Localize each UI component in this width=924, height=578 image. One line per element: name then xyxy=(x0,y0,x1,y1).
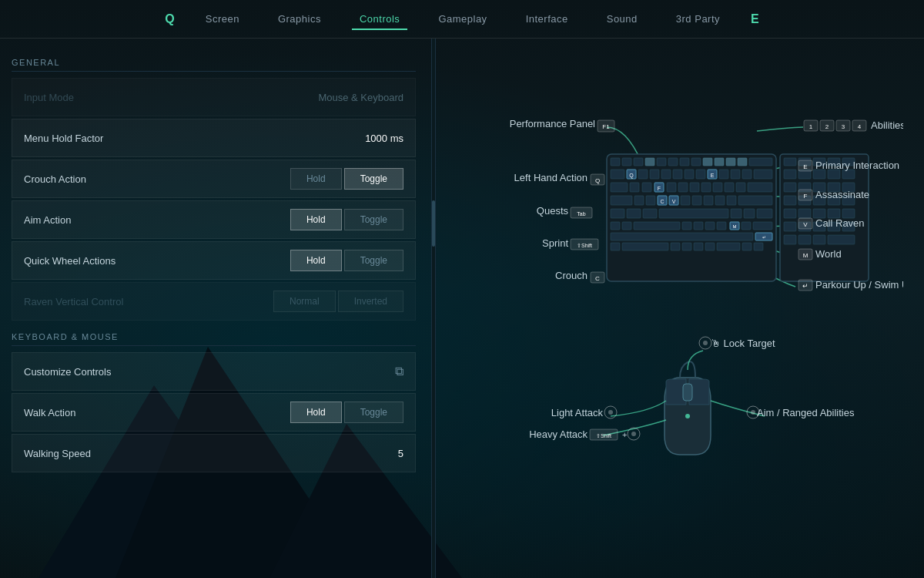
svg-rect-66 xyxy=(694,222,703,230)
svg-text:1: 1 xyxy=(809,123,813,130)
quick-wheel-toggle-button[interactable]: Toggle xyxy=(344,250,403,271)
svg-rect-6 xyxy=(668,158,678,166)
svg-text:World: World xyxy=(815,248,842,260)
svg-rect-82 xyxy=(717,243,740,250)
walk-hold-button[interactable]: Hold xyxy=(290,402,342,423)
svg-text:V: V xyxy=(803,221,808,228)
svg-rect-3 xyxy=(634,158,643,166)
svg-text:Call Raven: Call Raven xyxy=(815,217,865,229)
svg-rect-79 xyxy=(682,243,691,250)
menu-hold-row: Menu Hold Factor 1000 ms xyxy=(12,119,416,157)
svg-text:🖱 Lock Target: 🖱 Lock Target xyxy=(711,338,775,349)
svg-rect-111 xyxy=(784,222,796,231)
svg-rect-96 xyxy=(784,183,796,192)
svg-rect-58 xyxy=(659,209,728,218)
svg-rect-55 xyxy=(611,209,624,218)
svg-rect-73 xyxy=(611,233,753,240)
nav-3rdparty[interactable]: 3rd Party xyxy=(668,9,728,29)
svg-text:Left Hand Action: Left Hand Action xyxy=(514,172,588,183)
general-section-header: GENERAL xyxy=(12,58,416,72)
aim-action-row: Aim Action Hold Toggle xyxy=(12,200,416,239)
svg-rect-119 xyxy=(828,235,855,244)
svg-text:F: F xyxy=(658,186,661,191)
svg-text:Abilities: Abilities xyxy=(871,119,903,131)
svg-rect-86 xyxy=(784,158,796,166)
nav-graphics[interactable]: Graphics xyxy=(270,9,329,29)
svg-rect-76 xyxy=(611,243,620,250)
svg-rect-118 xyxy=(813,235,825,244)
walk-action-row: Walk Action Hold Toggle xyxy=(12,393,416,432)
customize-controls-row[interactable]: Customize Controls ⧉ xyxy=(12,352,416,391)
crouch-hold-button[interactable]: Hold xyxy=(290,168,342,190)
quick-wheel-toggle: Hold Toggle xyxy=(290,250,403,271)
svg-point-175 xyxy=(751,410,755,415)
svg-rect-62 xyxy=(611,222,620,230)
copy-icon: ⧉ xyxy=(395,365,403,378)
svg-rect-65 xyxy=(682,222,691,230)
svg-text:+: + xyxy=(622,430,627,439)
crouch-action-row: Crouch Action Hold Toggle xyxy=(12,160,416,198)
raven-inverted-button[interactable]: Inverted xyxy=(338,291,403,312)
svg-rect-81 xyxy=(705,243,715,250)
svg-point-121 xyxy=(685,414,690,418)
svg-text:⇧Shift: ⇧Shift xyxy=(596,433,611,439)
svg-point-172 xyxy=(631,432,636,436)
walk-action-toggle: Hold Toggle xyxy=(290,402,403,423)
svg-rect-34 xyxy=(667,183,676,192)
svg-rect-68 xyxy=(717,222,726,230)
svg-rect-101 xyxy=(784,196,796,205)
svg-text:↵: ↵ xyxy=(762,235,766,240)
svg-rect-11 xyxy=(726,158,735,166)
svg-rect-9 xyxy=(703,158,712,166)
raven-vertical-label: Raven Vertical Control xyxy=(24,296,273,307)
aim-toggle-button[interactable]: Toggle xyxy=(344,209,403,230)
svg-rect-67 xyxy=(705,222,715,230)
svg-rect-43 xyxy=(634,196,644,205)
svg-rect-71 xyxy=(742,222,751,230)
main-content: GENERAL Input Mode Mouse & Keyboard Menu… xyxy=(0,39,924,578)
aim-hold-button[interactable]: Hold xyxy=(290,209,342,230)
quick-wheel-label: Quick Wheel Actions xyxy=(24,255,290,267)
nav-bracket-left[interactable]: Q xyxy=(165,12,174,26)
svg-rect-91 xyxy=(784,170,796,179)
crouch-toggle-button[interactable]: Toggle xyxy=(344,168,403,190)
nav-sound[interactable]: Sound xyxy=(599,9,645,29)
svg-text:Light Attack: Light Attack xyxy=(551,407,604,418)
nav-interface[interactable]: Interface xyxy=(518,9,576,29)
svg-rect-49 xyxy=(681,196,690,205)
walking-speed-value: 5 xyxy=(398,448,403,459)
svg-rect-84 xyxy=(754,243,763,250)
svg-rect-33 xyxy=(642,183,651,192)
nav-screen[interactable]: Screen xyxy=(198,9,247,29)
svg-rect-14 xyxy=(611,170,624,179)
walk-action-label: Walk Action xyxy=(24,407,290,418)
svg-text:C: C xyxy=(660,199,664,204)
svg-rect-51 xyxy=(704,196,713,205)
svg-text:Parkour Up / Swim Up: Parkour Up / Swim Up xyxy=(815,279,903,291)
input-mode-row: Input Mode Mouse & Keyboard xyxy=(12,78,416,116)
svg-text:E: E xyxy=(711,173,715,178)
svg-text:Q: Q xyxy=(595,177,600,184)
nav-controls[interactable]: Controls xyxy=(352,9,407,30)
customize-controls-label: Customize Controls xyxy=(24,366,395,378)
quick-wheel-hold-button[interactable]: Hold xyxy=(290,250,342,271)
svg-text:F: F xyxy=(804,193,808,200)
keyboard-section-header: KEYBOARD & MOUSE xyxy=(12,332,416,346)
nav-gameplay[interactable]: Gameplay xyxy=(430,9,494,29)
keyboard-diagram-panel: Q E F xyxy=(436,39,924,578)
svg-rect-27 xyxy=(742,170,752,179)
raven-normal-button[interactable]: Normal xyxy=(273,291,336,312)
svg-rect-29 xyxy=(611,183,628,192)
walk-toggle-button[interactable]: Toggle xyxy=(344,402,403,423)
svg-rect-2 xyxy=(622,158,631,166)
svg-point-163 xyxy=(703,341,708,345)
walking-speed-label: Walking Speed xyxy=(24,448,398,459)
svg-rect-77 xyxy=(622,243,668,250)
svg-text:V: V xyxy=(672,199,676,204)
svg-text:2: 2 xyxy=(825,123,829,130)
svg-rect-28 xyxy=(754,170,772,179)
nav-bracket-right[interactable]: E xyxy=(751,12,759,26)
svg-rect-13 xyxy=(749,158,772,166)
scroll-thumb[interactable] xyxy=(432,200,435,247)
input-mode-label: Input Mode xyxy=(24,92,318,103)
